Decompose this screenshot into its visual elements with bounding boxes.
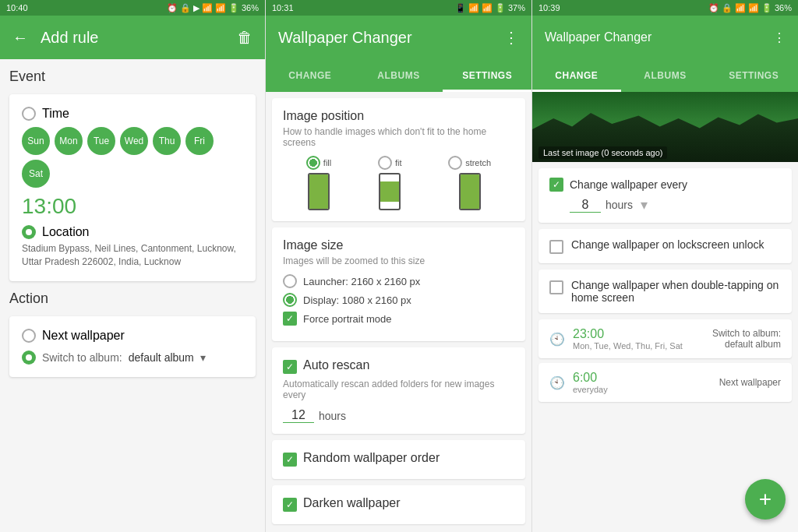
- icons-2: 📱 📶 📶 🔋 37%: [455, 3, 525, 13]
- event-card: Time Sun Mon Tue Wed Thu Fri Sat 13:00 L…: [9, 94, 256, 281]
- settings-tabs: CHANGE ALBUMS SETTINGS: [266, 59, 531, 92]
- rule-2-days: everyday: [573, 385, 608, 394]
- change-every-hours-row: hours ▾: [570, 196, 781, 213]
- settings-body: Image position How to handle images whic…: [266, 92, 531, 532]
- stretch-label: stretch: [465, 158, 491, 167]
- time-radio[interactable]: [22, 107, 36, 121]
- lockscreen-card: Change wallpaper on lockscreen unlock: [538, 229, 792, 263]
- switch-to-label: Switch to album:: [42, 351, 122, 364]
- rule-item-2[interactable]: 🕙 6:00 everyday Next wallpaper: [538, 363, 792, 402]
- back-icon[interactable]: ←: [12, 29, 28, 47]
- fit-option[interactable]: fit: [378, 156, 402, 210]
- tab-albums-3[interactable]: ALBUMS: [621, 59, 710, 92]
- change-every-checkbox[interactable]: ✓: [549, 178, 563, 192]
- launcher-label: Launcher: 2160 x 2160 px: [303, 276, 420, 287]
- status-bar-1: 10:40 ⏰ 🔒 ▶ 📶 📶 🔋 36%: [0, 0, 265, 16]
- settings-panel: 10:31 📱 📶 📶 🔋 37% Wallpaper Changer ⋮ CH…: [265, 0, 531, 532]
- darken-wallpaper-title: Darken wallpaper: [303, 496, 401, 510]
- time-value[interactable]: 13:00: [22, 194, 243, 219]
- lockscreen-label: Change wallpaper on lockscreen unlock: [571, 238, 764, 251]
- fit-radio[interactable]: [378, 156, 392, 170]
- tab-albums-2[interactable]: ALBUMS: [355, 59, 443, 92]
- more-icon-2[interactable]: ⋮: [503, 28, 519, 47]
- clock-icon-1: 🕙: [549, 332, 565, 347]
- action-section-title: Action: [9, 291, 256, 307]
- image-size-card: Image size Images will be zoomed to this…: [272, 227, 525, 341]
- fit-phone-icon: [379, 173, 401, 210]
- fill-phone-icon: [308, 173, 330, 210]
- lockscreen-checkbox[interactable]: [549, 240, 563, 254]
- fill-option[interactable]: fill: [306, 156, 331, 210]
- portrait-label: Force portrait mode: [303, 313, 391, 325]
- display-option[interactable]: Display: 1080 x 2160 px: [283, 293, 514, 307]
- darken-wallpaper-card: ✓ Darken wallpaper: [272, 485, 525, 524]
- location-row: Location: [22, 225, 243, 239]
- location-dot[interactable]: [22, 225, 36, 239]
- preview-label: Last set image (0 seconds ago): [538, 146, 667, 159]
- next-wallpaper-radio[interactable]: [22, 329, 36, 343]
- auto-rescan-subtitle: Automatically rescan added folders for n…: [283, 379, 514, 400]
- day-sun[interactable]: Sun: [22, 127, 50, 155]
- launcher-option[interactable]: Launcher: 2160 x 2160 px: [283, 274, 514, 288]
- change-every-card: ✓ Change wallpaper every hours ▾: [538, 168, 792, 223]
- day-fri[interactable]: Fri: [185, 127, 214, 155]
- rule-2-action: Next wallpaper: [719, 377, 781, 388]
- fill-radio[interactable]: [306, 156, 320, 170]
- hours-dropdown-icon[interactable]: ▾: [641, 196, 648, 213]
- next-wallpaper-row: Next wallpaper: [22, 329, 243, 343]
- settings-header: Wallpaper Changer ⋮: [266, 16, 531, 59]
- day-tue[interactable]: Tue: [87, 127, 115, 155]
- switch-album-row: Switch to album: default album ▾: [22, 351, 243, 365]
- day-sat[interactable]: Sat: [22, 160, 50, 188]
- random-order-checkbox[interactable]: ✓: [283, 453, 297, 467]
- auto-rescan-checkbox[interactable]: ✓: [283, 360, 297, 374]
- tab-settings-3[interactable]: SETTINGS: [709, 59, 798, 92]
- fab-button[interactable]: +: [745, 479, 786, 520]
- time-2: 10:31: [272, 3, 294, 12]
- event-section-title: Event: [9, 69, 256, 85]
- darken-wallpaper-checkbox[interactable]: ✓: [283, 498, 297, 512]
- change-panel: 10:39 ⏰ 🔒 📶 📶 🔋 36% Wallpaper Changer ⋮ …: [531, 0, 798, 532]
- wallpaper-preview: Last set image (0 seconds ago): [532, 92, 798, 162]
- time-radio-row: Time: [22, 107, 243, 121]
- album-dropdown-icon[interactable]: ▾: [200, 351, 206, 364]
- doubletap-label: Change wallpaper when double-tapping on …: [571, 279, 781, 304]
- rule-1-days: Mon, Tue, Wed, Thu, Fri, Sat: [573, 341, 683, 351]
- stretch-option[interactable]: stretch: [448, 156, 491, 210]
- rule-2-info: 6:00 everyday: [573, 371, 608, 394]
- fit-label: fit: [395, 158, 402, 167]
- next-wallpaper-label: Next wallpaper: [42, 329, 125, 343]
- tab-settings-2[interactable]: SETTINGS: [443, 59, 531, 92]
- launcher-radio[interactable]: [283, 274, 297, 288]
- delete-icon[interactable]: 🗑: [237, 29, 252, 47]
- tab-change-2[interactable]: CHANGE: [266, 59, 355, 92]
- tab-change-3[interactable]: CHANGE: [532, 59, 621, 92]
- change-header: Wallpaper Changer ⋮: [532, 16, 798, 59]
- change-wrapper: Last set image (0 seconds ago) ✓ Change …: [532, 92, 798, 532]
- stretch-radio[interactable]: [448, 156, 462, 170]
- doubletap-checkbox[interactable]: [549, 280, 563, 294]
- portrait-checkbox[interactable]: ✓: [283, 312, 297, 326]
- status-bar-3: 10:39 ⏰ 🔒 📶 📶 🔋 36%: [532, 0, 798, 16]
- panel3-content: ✓ Change wallpaper every hours ▾ Change …: [532, 162, 798, 413]
- day-wed[interactable]: Wed: [120, 127, 148, 155]
- change-every-input[interactable]: [570, 198, 601, 213]
- rule-item-1[interactable]: 🕙 23:00 Mon, Tue, Wed, Thu, Fri, Sat Swi…: [538, 319, 792, 358]
- image-position-subtitle: How to handle images which don't fit to …: [283, 126, 514, 148]
- display-radio[interactable]: [283, 293, 297, 307]
- doubletap-card: Change wallpaper when double-tapping on …: [538, 270, 792, 313]
- day-mon[interactable]: Mon: [55, 127, 83, 155]
- album-value[interactable]: default album: [129, 351, 194, 364]
- rule-1-info: 23:00 Mon, Tue, Wed, Thu, Fri, Sat: [573, 327, 683, 351]
- rule-1-action: Switch to album:default album: [712, 328, 781, 350]
- change-every-unit: hours: [606, 199, 633, 211]
- day-thu[interactable]: Thu: [153, 127, 181, 155]
- image-position-card: Image position How to handle images whic…: [272, 98, 525, 221]
- more-icon-3[interactable]: ⋮: [773, 30, 786, 45]
- rule-1-time: 23:00: [573, 327, 683, 341]
- rescan-hours-input[interactable]: 12: [283, 408, 314, 423]
- days-grid: Sun Mon Tue Wed Thu Fri Sat: [22, 127, 243, 188]
- switch-album-radio[interactable]: [22, 351, 36, 365]
- icons-3: ⏰ 🔒 📶 📶 🔋 36%: [708, 3, 792, 13]
- portrait-option[interactable]: ✓ Force portrait mode: [283, 312, 514, 326]
